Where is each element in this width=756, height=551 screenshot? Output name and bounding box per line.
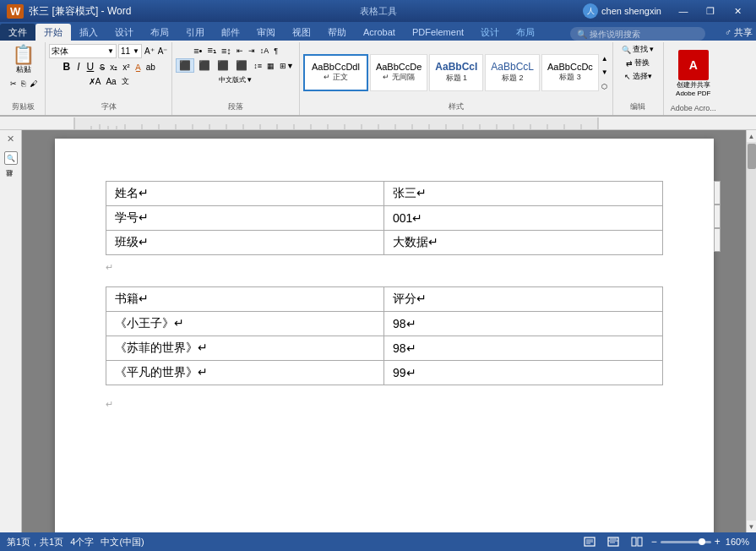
scroll-track[interactable] <box>747 142 756 521</box>
font-size-dropdown[interactable]: 11 ▼ <box>118 44 142 58</box>
replace-button[interactable]: ⇄ 替换 <box>626 57 650 68</box>
superscript-button[interactable]: x² <box>121 62 131 73</box>
show-marks-button[interactable]: ¶ <box>272 46 280 56</box>
view-print-button[interactable] <box>580 535 599 548</box>
table-cell[interactable]: 98↵ <box>384 336 663 361</box>
tab-layout[interactable]: 布局 <box>142 24 177 41</box>
style-heading1[interactable]: AaBbCcI 标题 1 <box>429 54 483 91</box>
tab-table-design[interactable]: 设计 <box>472 24 508 41</box>
border-button[interactable]: ⊞▼ <box>278 61 296 71</box>
table-cell[interactable]: 99↵ <box>384 361 663 385</box>
decrease-indent-button[interactable]: ⇤ <box>235 46 245 56</box>
phonetic-button[interactable]: 文 <box>120 75 131 88</box>
bold-button[interactable]: B <box>61 60 73 74</box>
table-cell[interactable]: 98↵ <box>384 312 663 336</box>
styles-more-button[interactable]: ⬡ <box>601 82 609 91</box>
row-handle[interactable] <box>714 205 721 228</box>
table-cell[interactable]: 姓名↵ <box>106 182 384 206</box>
format-painter-button[interactable]: 🖌 <box>28 79 39 89</box>
shading-button[interactable]: ▦ <box>265 61 276 71</box>
chinese-layout-button[interactable]: 中文版式▼ <box>217 74 254 85</box>
underline-button[interactable]: U <box>84 60 97 74</box>
tab-pdfelement[interactable]: PDFelement <box>404 24 472 41</box>
tab-table-layout[interactable]: 布局 <box>508 24 543 41</box>
cut-button[interactable]: ✂ <box>8 79 19 89</box>
restore-button[interactable]: ❐ <box>699 3 722 19</box>
tab-references[interactable]: 引用 <box>177 24 213 41</box>
zoom-thumb[interactable] <box>699 538 705 545</box>
style-heading3[interactable]: AaBbCcDc 标题 3 <box>541 54 599 91</box>
table-cell[interactable]: 《小王子》↵ <box>106 312 384 336</box>
scroll-up-button[interactable]: ▲ <box>747 130 756 142</box>
tab-view[interactable]: 视图 <box>284 24 319 41</box>
copy-button[interactable]: ⎘ <box>19 79 27 89</box>
tab-file[interactable]: 文件 <box>0 24 35 41</box>
table-cell[interactable]: 书籍↵ <box>106 287 384 312</box>
align-center-button[interactable]: ⬛ <box>196 59 213 72</box>
table-cell[interactable]: 学号↵ <box>106 206 384 231</box>
font-name-dropdown[interactable]: 宋体 ▼ <box>49 44 117 58</box>
tab-design-doc[interactable]: 设计 <box>106 24 142 41</box>
editing-label: 编辑 <box>617 101 660 113</box>
font-aa-button[interactable]: Aa <box>104 76 117 87</box>
table-cell[interactable]: 张三↵ <box>384 182 663 206</box>
increase-indent-button[interactable]: ⇥ <box>247 46 257 56</box>
sort-button[interactable]: ↕A <box>258 46 271 56</box>
style-no-spacing[interactable]: AaBbCcDe ↵ 无间隔 <box>370 54 427 91</box>
view-web-button[interactable] <box>604 535 623 548</box>
tab-review[interactable]: 审阅 <box>248 24 284 41</box>
styles-up-button[interactable]: ▲ <box>601 54 609 63</box>
zoom-out-button[interactable]: − <box>651 536 657 548</box>
number-list-button[interactable]: ≡₁ <box>205 44 217 57</box>
tab-insert[interactable]: 插入 <box>71 24 106 41</box>
sidebar-search-button[interactable]: 🔍 <box>4 151 18 165</box>
font-color-button[interactable]: A̲ <box>133 62 143 73</box>
find-button[interactable]: 🔍 查找 ▾ <box>622 44 655 55</box>
highlight-button[interactable]: ab <box>144 62 157 73</box>
row-handle[interactable] <box>714 181 721 205</box>
zoom-in-button[interactable]: + <box>715 536 721 548</box>
share-button[interactable]: ♂ 共享 <box>725 26 753 39</box>
table-cell[interactable]: 《平凡的世界》↵ <box>106 361 384 385</box>
minimize-button[interactable]: — <box>672 3 695 19</box>
multilevel-list-button[interactable]: ≡↕ <box>220 45 233 57</box>
page-container[interactable]: 姓名↵ 张三↵ 学号↵ 001↵ <box>22 130 746 532</box>
tab-home[interactable]: 开始 <box>35 24 71 41</box>
clear-format-button[interactable]: ✗A <box>87 76 103 87</box>
font-grow-button[interactable]: A⁺ <box>144 46 155 57</box>
align-right-button[interactable]: ⬛ <box>215 59 231 72</box>
line-spacing-button[interactable]: ↕≡ <box>252 61 264 71</box>
font-shrink-button[interactable]: A⁻ <box>157 46 169 57</box>
scroll-thumb[interactable] <box>748 144 756 169</box>
close-button[interactable]: ✕ <box>726 3 749 19</box>
styles-down-button[interactable]: ▼ <box>601 68 609 77</box>
style-normal[interactable]: AaBbCcDdl ↵ 正文 <box>303 54 368 91</box>
strikethrough-button[interactable]: S̶ <box>98 62 106 73</box>
justify-button[interactable]: ⬛ <box>233 59 250 72</box>
bullet-list-button[interactable]: ≡• <box>192 45 204 57</box>
adobe-create-button[interactable]: A 创建并共享Adobe PDF <box>676 50 710 97</box>
tab-acrobat[interactable]: Acrobat <box>355 24 404 41</box>
search-input[interactable] <box>570 27 705 41</box>
select-button[interactable]: ↖ 选择▾ <box>624 71 652 82</box>
paragraph-label: 段落 <box>176 101 296 113</box>
style-heading2[interactable]: AaBbCcL 标题 2 <box>485 54 540 91</box>
table-cell[interactable]: 评分↵ <box>384 287 663 312</box>
view-read-button[interactable] <box>628 535 646 548</box>
tab-mailings[interactable]: 邮件 <box>213 24 248 41</box>
align-left-button[interactable]: ⬛ <box>176 58 194 73</box>
zoom-slider[interactable] <box>661 541 711 543</box>
tab-help[interactable]: 帮助 <box>319 24 355 41</box>
vertical-scrollbar[interactable]: ▲ ▼ <box>746 130 756 532</box>
table-cell[interactable]: 大数据↵ <box>384 231 663 255</box>
table-cell[interactable]: 《苏菲的世界》↵ <box>106 336 384 361</box>
italic-button[interactable]: I <box>74 60 82 74</box>
books-table: 书籍↵ 评分↵ 《小王子》↵ 98↵ <box>106 286 663 385</box>
paste-button[interactable]: 📋 粘贴 <box>8 44 38 77</box>
row-handle[interactable] <box>714 228 721 252</box>
subscript-button[interactable]: x₂ <box>108 62 119 73</box>
table-cell[interactable]: 001↵ <box>384 206 663 231</box>
sidebar-close-button[interactable]: ✕ <box>7 134 14 145</box>
scroll-down-button[interactable]: ▼ <box>747 521 756 532</box>
table-cell[interactable]: 班级↵ <box>106 231 384 255</box>
